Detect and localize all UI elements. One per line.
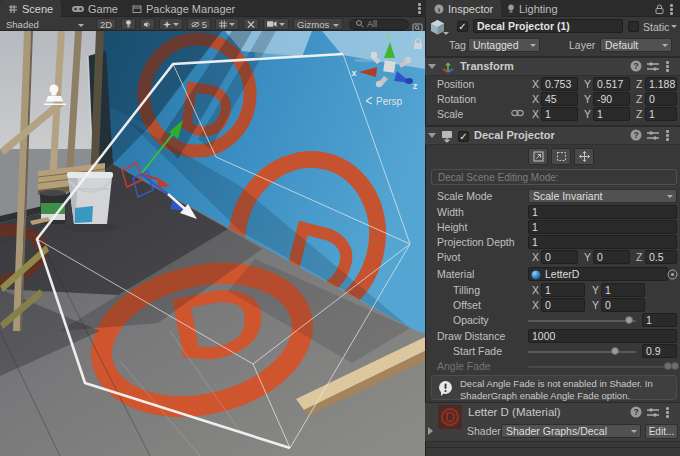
material-object-field[interactable]: LetterD [528,267,668,281]
axis-y-label: Y [584,251,591,264]
scene-lighting-toggle[interactable] [121,18,136,30]
opacity-slider[interactable] [528,320,636,322]
static-checkbox[interactable] [628,21,639,32]
decal-projector-foldout[interactable] [428,133,436,138]
layer-dropdown[interactable]: Default [600,38,672,52]
scene-search-input[interactable]: All [349,19,409,30]
draw-distance-field[interactable]: 1000 [528,329,677,343]
toggle-2d-button[interactable]: 2D [96,18,116,30]
axis-z-label: Z [636,78,642,91]
tiling-x-field[interactable]: 1 [541,283,585,297]
scene-grid-icon [8,4,18,14]
static-chevron[interactable] [671,25,677,28]
scale-y-field[interactable]: 1 [593,107,630,121]
shader-label: Shader [467,425,501,438]
start-fade-slider-knob[interactable] [611,347,619,355]
decal-pivot-mode-button[interactable] [574,148,594,165]
crop-edit-icon [556,151,567,162]
gameobject-enabled-checkbox[interactable]: ✓ [457,21,468,32]
start-fade-field[interactable]: 0.9 [642,344,677,358]
transform-icon [441,60,455,74]
projection-depth-label: Projection Depth [437,236,515,249]
scene-effects-dropdown[interactable] [159,18,183,30]
rotation-x-field[interactable]: 45 [541,92,578,106]
transform-menu-icon[interactable] [666,61,669,72]
axis-z-label: Z [636,93,642,106]
tab-inspector[interactable]: i Inspector [426,0,501,17]
material-help-icon[interactable]: ? [630,406,642,418]
tab-scene-label: Scene [22,3,53,15]
shader-dropdown[interactable]: Shader Graphs/Decal [501,424,641,438]
tab-game[interactable]: Game [64,0,126,17]
chevron-down-icon [229,23,235,26]
scale-mode-dropdown[interactable]: Scale Invariant [528,189,677,203]
camera-icon [267,20,277,28]
lock-icon[interactable] [655,4,664,14]
scale-z-field[interactable]: 1 [645,107,677,121]
material-section-title: Letter D (Material) [468,406,561,418]
chevron-down-icon [173,23,179,26]
decal-projector-enabled-checkbox[interactable]: ✓ [458,131,469,142]
scene-camera-dropdown[interactable] [263,18,289,30]
offset-y-field[interactable]: 0 [601,298,645,312]
material-presets-icon[interactable] [647,407,659,418]
offset-x-field[interactable]: 0 [541,298,585,312]
material-menu-icon[interactable] [666,407,669,418]
pivot-z-field[interactable]: 0.5 [645,250,677,264]
tag-dropdown[interactable]: Untagged [468,38,540,52]
decal-projector-presets-icon[interactable] [647,130,659,141]
inspector-menu-icon[interactable] [670,4,673,15]
tag-label: Tag [449,39,466,52]
tiling-y-field[interactable]: 1 [601,283,645,297]
opacity-slider-knob[interactable] [625,316,633,324]
chevron-down-icon [279,23,285,26]
material-preview-thumbnail[interactable] [438,405,462,429]
position-x-field[interactable]: 0.753 [541,77,578,91]
shading-mode-dropdown[interactable]: Shaded [2,18,88,30]
svg-text:?: ? [633,130,638,140]
material-foldout[interactable] [428,427,433,435]
component-tools-button[interactable] [243,18,259,30]
decal-projector-menu-icon[interactable] [666,130,669,141]
scene-viewport[interactable]: y x z Persp [0,31,425,456]
gameobject-icon-chevron[interactable] [443,32,449,35]
width-field[interactable]: 1 [528,205,677,219]
tab-lighting[interactable]: Lighting [499,0,566,17]
scene-audio-toggle[interactable] [140,18,155,30]
object-picker-icon[interactable] [667,269,678,280]
opacity-field[interactable]: 1 [642,313,677,327]
start-fade-slider[interactable] [528,351,636,353]
angle-fade-warning-box: Decal Angle Fade is not enabled in Shade… [431,375,677,400]
transform-foldout[interactable] [428,64,436,69]
svg-text:?: ? [633,61,638,71]
pivot-y-field[interactable]: 0 [593,250,630,264]
position-label: Position [437,78,474,91]
decal-scale-mode-button[interactable] [528,148,548,165]
decal-projector-help-icon[interactable]: ? [630,129,642,141]
position-y-field[interactable]: 0.517 [593,77,630,91]
scale-link-icon[interactable] [511,109,524,117]
rotation-z-field[interactable]: 0 [645,92,677,106]
tab-scene[interactable]: Scene [0,0,61,17]
axis-x-label: X [532,93,539,106]
rotation-y-field[interactable]: -90 [593,92,630,106]
search-icon [356,20,364,28]
gameobject-name-field[interactable]: Decal Projector (1) [473,19,623,33]
scene-visibility-toggle[interactable]: 5 [187,18,211,30]
decal-crop-mode-button[interactable] [551,148,571,165]
scene-tab-menu-icon[interactable] [418,3,421,14]
transform-help-icon[interactable]: ? [630,60,642,72]
scale-mode-label: Scale Mode [437,190,492,203]
shader-edit-button[interactable]: Edit... [645,424,678,439]
projection-depth-field[interactable]: 1 [528,235,677,249]
tab-package-manager[interactable]: Package Manager [124,0,243,17]
axis-z-label: Z [636,251,642,264]
scene-grid-dropdown[interactable] [215,18,239,30]
scale-x-field[interactable]: 1 [541,107,578,121]
transform-presets-icon[interactable] [647,61,659,72]
position-z-field[interactable]: 1.188 [645,77,677,91]
pivot-x-field[interactable]: 0 [541,250,578,264]
move-edit-icon [579,151,590,162]
gizmos-dropdown[interactable]: Gizmos [293,18,343,30]
height-field[interactable]: 1 [528,220,677,234]
